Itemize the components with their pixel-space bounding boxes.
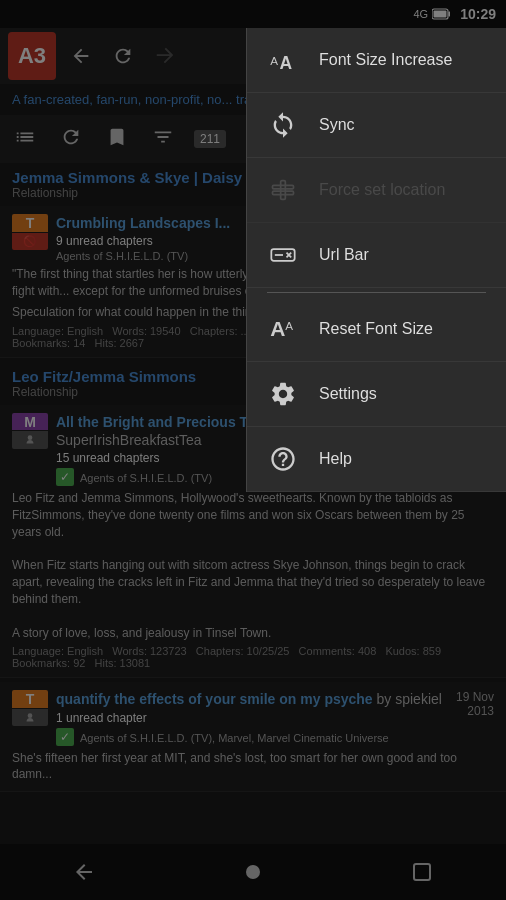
svg-text:A: A bbox=[280, 53, 293, 73]
menu-item-reset-font[interactable]: A A Reset Font Size bbox=[247, 297, 506, 362]
menu-item-force-location-label: Force set location bbox=[319, 181, 445, 199]
svg-text:A: A bbox=[270, 317, 285, 340]
menu-item-force-location[interactable]: Force set location bbox=[247, 158, 506, 223]
url-bar-icon bbox=[267, 239, 299, 271]
menu-item-help-label: Help bbox=[319, 450, 352, 468]
menu-item-settings[interactable]: Settings bbox=[247, 362, 506, 427]
help-icon bbox=[267, 443, 299, 475]
svg-text:A: A bbox=[285, 319, 293, 332]
sync-icon bbox=[267, 109, 299, 141]
menu-item-url-bar[interactable]: Url Bar bbox=[247, 223, 506, 288]
menu-item-font-increase[interactable]: A A Font Size Increase bbox=[247, 28, 506, 93]
settings-icon bbox=[267, 378, 299, 410]
svg-rect-9 bbox=[281, 181, 286, 200]
menu-item-help[interactable]: Help bbox=[247, 427, 506, 492]
menu-item-url-bar-label: Url Bar bbox=[319, 246, 369, 264]
reset-font-icon: A A bbox=[267, 313, 299, 345]
menu-item-sync[interactable]: Sync bbox=[247, 93, 506, 158]
menu-item-font-increase-label: Font Size Increase bbox=[319, 51, 452, 69]
font-increase-icon: A A bbox=[267, 44, 299, 76]
menu-divider bbox=[267, 292, 486, 293]
svg-rect-7 bbox=[273, 185, 294, 189]
svg-rect-8 bbox=[273, 191, 294, 195]
svg-text:A: A bbox=[270, 54, 278, 67]
menu-item-sync-label: Sync bbox=[319, 116, 355, 134]
menu-item-reset-font-label: Reset Font Size bbox=[319, 320, 433, 338]
menu-item-settings-label: Settings bbox=[319, 385, 377, 403]
dropdown-menu: A A Font Size Increase Sync Force set lo… bbox=[246, 28, 506, 492]
force-location-icon bbox=[267, 174, 299, 206]
